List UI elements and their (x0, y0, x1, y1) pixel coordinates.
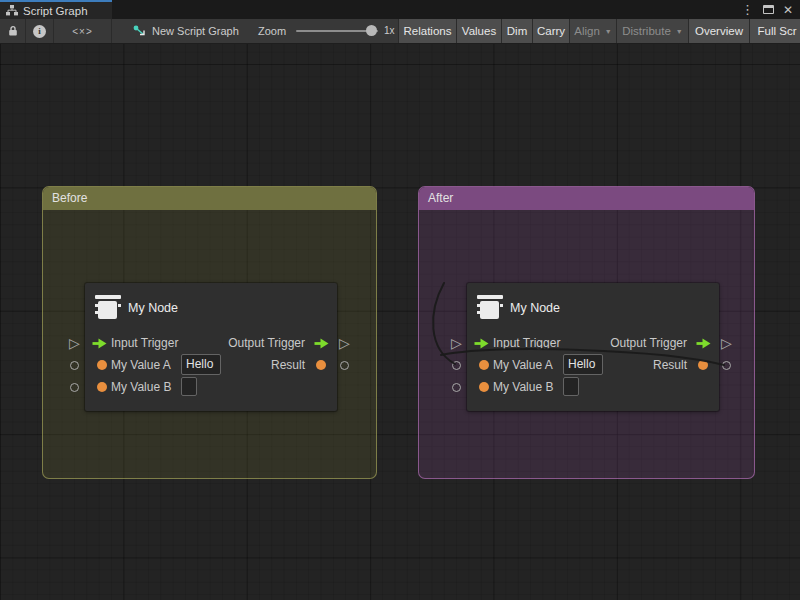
value-b-input[interactable] (181, 377, 197, 396)
toolbar-buttons: Relations Values Dim Carry Align▼ Distri… (398, 19, 800, 43)
value-a-port[interactable] (479, 360, 489, 370)
input-trigger-label: Input Trigger (493, 332, 560, 354)
output-trigger-port[interactable] (314, 338, 329, 349)
graph-toolbar: i <×> New Script Graph Zoom 1x Relations… (0, 19, 800, 44)
value-b-row: My Value B (467, 376, 719, 398)
value-b-input[interactable] (563, 377, 579, 396)
node-my-node-after[interactable]: My Node Input Trigger Output Trigger My … (467, 283, 719, 411)
group-in-trigger-port[interactable]: ▷ (69, 336, 80, 350)
group-out-value-port[interactable] (340, 361, 349, 370)
my-node-icon (476, 294, 504, 322)
value-a-row: My Value A Hello Result (85, 354, 337, 376)
overview-button[interactable]: Overview (688, 19, 749, 43)
group-out-trigger-port[interactable]: ▷ (339, 336, 350, 350)
value-a-row: My Value A Hello Result (467, 354, 719, 376)
chevron-down-icon: ▼ (676, 28, 683, 35)
group-out-value-port[interactable] (722, 361, 731, 370)
group-in-value-port[interactable] (70, 383, 79, 392)
output-trigger-label: Output Trigger (228, 332, 305, 354)
maximize-icon[interactable] (763, 5, 774, 14)
node-header: My Node (467, 294, 719, 324)
carry-button[interactable]: Carry (532, 19, 569, 43)
result-label: Result (653, 354, 687, 376)
node-title: My Node (510, 294, 560, 322)
node-header: My Node (85, 294, 337, 324)
group-after-header[interactable]: After (419, 187, 754, 210)
values-button[interactable]: Values (456, 19, 501, 43)
window-controls: ⋮ ✕ (741, 0, 800, 19)
graph-icon (6, 5, 18, 16)
value-b-row: My Value B (85, 376, 337, 398)
info-button[interactable]: i (26, 19, 54, 43)
lock-icon (8, 25, 18, 37)
new-graph-icon (133, 25, 147, 38)
info-icon: i (33, 25, 46, 38)
menu-kebab-icon[interactable]: ⋮ (741, 3, 754, 16)
value-a-label: My Value A (111, 354, 171, 376)
close-icon[interactable]: ✕ (783, 4, 793, 16)
dim-button[interactable]: Dim (501, 19, 532, 43)
tab-label: Script Graph (23, 5, 88, 17)
output-trigger-label: Output Trigger (610, 332, 687, 354)
value-b-label: My Value B (493, 376, 553, 398)
zoom-value: 1x (384, 19, 395, 43)
input-trigger-label: Input Trigger (111, 332, 178, 354)
output-trigger-port[interactable] (696, 338, 711, 349)
group-in-value-port[interactable] (452, 361, 461, 370)
align-button[interactable]: Align▼ (569, 19, 616, 43)
my-node-icon (94, 294, 122, 322)
trigger-row: Input Trigger Output Trigger (467, 332, 719, 354)
node-title: My Node (128, 294, 178, 322)
value-a-port[interactable] (97, 360, 107, 370)
input-trigger-port[interactable] (474, 338, 489, 349)
value-a-input[interactable]: Hello (563, 354, 603, 375)
group-in-value-port[interactable] (70, 361, 79, 370)
group-in-trigger-port[interactable]: ▷ (451, 336, 462, 350)
value-b-port[interactable] (97, 382, 107, 392)
zoom-label: Zoom (258, 19, 286, 43)
trigger-row: Input Trigger Output Trigger (85, 332, 337, 354)
value-b-label: My Value B (111, 376, 171, 398)
value-b-port[interactable] (479, 382, 489, 392)
result-label: Result (271, 354, 305, 376)
fullscreen-button[interactable]: Full Scr (749, 19, 800, 43)
input-trigger-port[interactable] (92, 338, 107, 349)
distribute-button[interactable]: Distribute▼ (616, 19, 688, 43)
code-preview-button[interactable]: <×> (54, 19, 112, 43)
tab-script-graph[interactable]: Script Graph (0, 0, 112, 19)
tab-bar: Script Graph ⋮ ✕ (0, 0, 800, 19)
group-in-value-port[interactable] (452, 383, 461, 392)
new-script-graph[interactable]: New Script Graph (133, 19, 239, 43)
value-a-input[interactable]: Hello (181, 354, 221, 375)
group-out-trigger-port[interactable]: ▷ (721, 336, 732, 350)
result-port[interactable] (316, 360, 326, 370)
relations-button[interactable]: Relations (398, 19, 456, 43)
lock-button[interactable] (0, 19, 26, 43)
value-a-label: My Value A (493, 354, 553, 376)
result-port[interactable] (698, 360, 708, 370)
group-before-header[interactable]: Before (43, 187, 376, 210)
script-graph-window: Script Graph ⋮ ✕ i <×> New Script Graph (0, 0, 800, 600)
graph-canvas[interactable]: Before After My Node Input Trigger Outpu… (0, 44, 800, 600)
zoom-slider-handle[interactable] (366, 25, 377, 36)
chevron-down-icon: ▼ (605, 28, 612, 35)
new-graph-label: New Script Graph (152, 25, 239, 37)
node-my-node-before[interactable]: My Node Input Trigger Output Trigger My … (85, 283, 337, 411)
